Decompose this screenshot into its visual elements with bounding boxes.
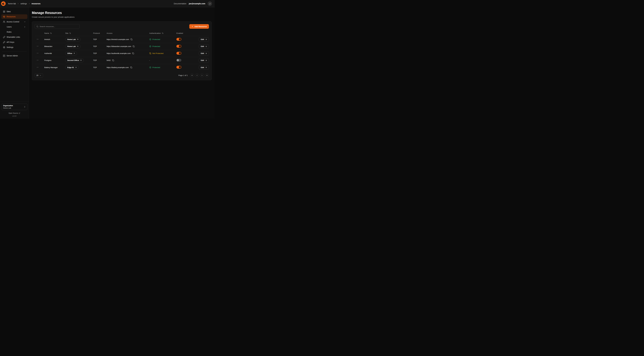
sort-site-button[interactable]: Site: [65, 32, 71, 34]
next-page-button[interactable]: [200, 74, 204, 77]
sidebar-item-api-keys[interactable]: API Keys: [1, 40, 28, 44]
sidebar-item-label: Shareable Links: [6, 36, 20, 38]
arrow-up-right-icon: [73, 52, 75, 54]
previous-page-button[interactable]: [195, 74, 199, 77]
table-row: Battery Manager Edge 01 TCP https://batt…: [35, 64, 209, 71]
breadcrumb-item-settings[interactable]: settings: [20, 2, 27, 5]
breadcrumb-item-org[interactable]: home-lab: [8, 2, 16, 5]
site-name: Office: [67, 52, 72, 54]
shield-check-icon: [149, 45, 151, 48]
edit-button[interactable]: Edit: [199, 58, 209, 62]
access-url: https://battery.example.com: [106, 66, 129, 68]
access-url: https://bitwarden.example.com: [106, 45, 131, 48]
access-cell: https://battery.example.com: [106, 66, 149, 68]
pangolin-logo-icon[interactable]: [1, 1, 6, 6]
sidebar-item-sites[interactable]: Sites: [1, 9, 28, 14]
sidebar-item-users[interactable]: Users: [1, 24, 28, 29]
arrow-up-right-icon: [75, 66, 77, 68]
edit-button[interactable]: Edit: [199, 37, 209, 42]
sidebar-item-settings[interactable]: Settings: [1, 45, 28, 50]
site-link-button[interactable]: Office: [65, 52, 77, 56]
sidebar-item-label: API Keys: [6, 41, 14, 43]
sidebar-item-roles[interactable]: Roles: [1, 30, 28, 34]
organization-label: Organization: [3, 105, 13, 106]
card-toolbar: Add Resource: [35, 24, 209, 29]
organization-selector[interactable]: Organization Home Lab: [1, 104, 28, 110]
ellipsis-menu-button[interactable]: [36, 45, 39, 47]
edit-cell: Edit: [195, 44, 209, 48]
link-icon: [3, 36, 5, 38]
edit-button[interactable]: Edit: [199, 44, 209, 48]
search-input[interactable]: [40, 26, 78, 28]
ellipsis-menu-button[interactable]: [36, 38, 39, 40]
documentation-link[interactable]: Documentation: [174, 2, 186, 5]
edit-button[interactable]: Edit: [199, 51, 209, 56]
header-site: Site: [65, 32, 93, 34]
arrow-right-icon: [205, 60, 207, 61]
row-menu-cell: [35, 45, 44, 48]
edit-cell: Edit: [195, 37, 209, 42]
edit-button[interactable]: Edit: [199, 65, 209, 70]
table-row: Postgres Second Office TCP 5432 - Edit: [35, 57, 209, 64]
sidebar-item-resources[interactable]: Resources: [1, 14, 28, 19]
access-cell: https://bitwarden.example.com: [106, 45, 149, 48]
topbar-left: home-lab settings resources: [1, 1, 40, 6]
access-url: https://immich.example.com: [106, 38, 129, 40]
site-name: Home Lab: [67, 38, 76, 40]
site-link-button[interactable]: Second Office: [65, 58, 84, 62]
copy-icon[interactable]: [130, 66, 132, 68]
user-email[interactable]: joe@example.com: [189, 2, 205, 5]
main-content: Manage Resources Create secure proxies t…: [29, 8, 215, 119]
topbar: home-lab settings resources Documentatio…: [0, 0, 215, 8]
arrow-right-icon: [205, 46, 207, 48]
table-row: Authentik Office TCP https://authentik.e…: [35, 50, 209, 57]
ellipsis-menu-button[interactable]: [36, 66, 39, 68]
sort-name-button[interactable]: Name: [44, 32, 52, 34]
copy-icon[interactable]: [132, 52, 134, 54]
sidebar-item-access-control[interactable]: Access Control: [1, 20, 28, 24]
sidebar-item-shareable-links[interactable]: Shareable Links: [1, 35, 28, 39]
header-access: Access: [106, 32, 149, 34]
shield-check-icon: [149, 66, 151, 68]
site-link-button[interactable]: Home Lab: [65, 44, 80, 48]
protocol-cell: TCP: [93, 52, 106, 54]
copy-icon[interactable]: [130, 38, 132, 40]
ellipsis-menu-button[interactable]: [36, 59, 39, 61]
copy-icon[interactable]: [133, 45, 135, 48]
ellipsis-menu-button[interactable]: [36, 52, 39, 54]
open-source-link[interactable]: Open Source: [1, 112, 28, 114]
sidebar-item-server-admin[interactable]: Server Admin: [1, 54, 28, 58]
chevrons-up-down-icon: [24, 106, 26, 108]
edit-label: Edit: [201, 59, 204, 61]
copy-icon[interactable]: [112, 59, 114, 61]
site-link-button[interactable]: Edge 01: [65, 65, 79, 70]
sidebar: Sites Resources Access Control Users Rol…: [0, 8, 29, 119]
open-source-label: Open Source: [8, 112, 18, 114]
enabled-toggle[interactable]: [176, 66, 181, 68]
shield-check-icon: [149, 38, 151, 40]
site-name: Second Office: [67, 59, 79, 61]
gear-icon: [3, 46, 5, 48]
enabled-toggle[interactable]: [176, 38, 181, 41]
enabled-toggle[interactable]: [176, 52, 181, 55]
chevrons-right-icon: [206, 74, 208, 76]
last-page-button[interactable]: [205, 74, 209, 77]
sort-authentication-button[interactable]: Authentication: [149, 32, 164, 34]
site-link-button[interactable]: Home Lab: [65, 38, 80, 42]
enabled-cell: [176, 59, 195, 62]
enabled-toggle[interactable]: [176, 59, 181, 62]
page-size-select[interactable]: 20: [35, 73, 43, 78]
breadcrumb: home-lab settings resources: [8, 2, 40, 5]
breadcrumb-item-resources[interactable]: resources: [32, 2, 40, 5]
app-root: home-lab settings resources Documentatio…: [0, 0, 215, 119]
auth-status: Protected: [152, 38, 160, 40]
auth-status: Protected: [152, 45, 160, 48]
first-page-button[interactable]: [190, 74, 194, 77]
enabled-toggle[interactable]: [176, 45, 181, 48]
avatar[interactable]: J: [208, 2, 212, 6]
access-cell: https://immich.example.com: [106, 38, 149, 40]
add-resource-button[interactable]: Add Resource: [189, 24, 209, 29]
add-resource-label: Add Resource: [194, 26, 207, 28]
sidebar-item-label: Access Control: [6, 21, 19, 23]
edit-cell: Edit: [195, 51, 209, 56]
